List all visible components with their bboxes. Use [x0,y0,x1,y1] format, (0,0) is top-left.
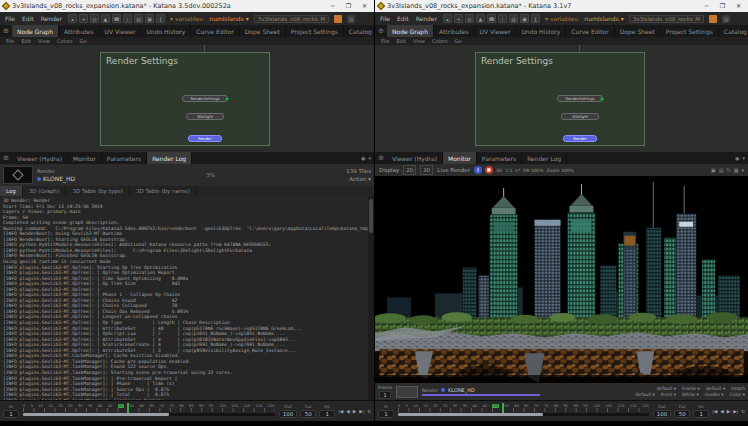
in-value[interactable]: 1 [3,410,19,418]
pane-tab[interactable]: Curve Editor [191,25,239,37]
pane-tab[interactable]: Project Settings [286,25,344,37]
recent-file-tab[interactable]: 3v3Islands_v08_rocks_M [254,15,329,23]
variables-label[interactable]: ▾ variables: [170,15,204,22]
toolbar-icon[interactable]: ▴ [443,14,452,23]
maximize-button[interactable]: ❐ [342,0,355,12]
transport-button[interactable]: |◀ [338,409,343,414]
timeline-ruler[interactable]: 0510152025303540455055606570758085909510… [22,403,276,419]
monitor-control[interactable]: ■ [485,166,493,174]
title-bar[interactable]: 3v3Islands_v08_rocks_expansion.katana* -… [375,0,748,12]
live-render-toggle[interactable]: Live Render [437,167,470,173]
pane-tab[interactable]: Viewer (Hydra) [12,152,68,164]
timeline-out-field[interactable]: Out 100 [653,404,672,418]
pin-icon[interactable]: ◉ [361,155,365,161]
action-dropdown[interactable]: Action ▾ [349,176,371,182]
nodegraph-menu[interactable]: File [381,38,389,44]
pane-tab[interactable]: Node Graph [387,25,434,37]
monitor-control[interactable]: Zoom 100% [547,168,574,173]
monitor-icon[interactable]: ▦ [734,167,739,173]
pane-tab[interactable]: Parameters [477,152,522,164]
monitor-icon[interactable]: ↻ [727,167,731,173]
cur-value[interactable]: 50 [674,410,690,418]
toolbar-icon[interactable]: ▣ [145,14,154,23]
cur-value[interactable]: 50 [300,410,316,418]
pane-menu-icon[interactable]: ▾ [368,155,371,161]
view-flag-icon[interactable] [600,97,604,101]
pane-tab[interactable]: Render Log [522,152,567,164]
monitor-control[interactable]: ∥ [474,166,482,174]
toolbar-icon[interactable]: ▲ [476,14,485,23]
node-render[interactable]: Render [188,135,222,142]
frame-slot-value[interactable]: 1 [379,391,390,399]
pane-tab[interactable]: Curve Editor [566,25,614,37]
toolbar-icon[interactable]: ∥ [531,14,540,23]
pane-add-icon[interactable]: ⊕ [0,152,12,164]
pin-icon[interactable]: ◉ [735,155,739,161]
pane-tab[interactable]: Catalog [344,25,374,37]
nodegraph-menu[interactable]: Edit [396,38,406,44]
pane-add-icon[interactable]: ⊕ [375,152,387,164]
menu-render[interactable]: Render [415,15,438,22]
pane-menu-icon[interactable]: ▾ [742,155,745,161]
timeline-cur-field[interactable]: Cur 50 [674,404,690,418]
timeline-in-field[interactable]: In 1 [378,404,394,418]
catalog-dropdown[interactable]: White ▾ [682,392,699,397]
nodegraph-menu[interactable]: View [38,38,50,44]
timeline-playhead[interactable] [502,403,504,413]
out-value[interactable]: 100 [653,410,672,418]
timeline-in-field[interactable]: In 1 [3,404,19,418]
minimize-button[interactable]: ─ [326,0,339,12]
timeline-scrollbar[interactable] [23,413,275,416]
inc-value[interactable]: 1 [319,410,335,418]
timeline-inc-field[interactable]: Inc 1 [693,404,709,418]
pane-tab[interactable]: Parameters [102,152,147,164]
menu-file[interactable]: File [4,15,16,22]
display-menu[interactable]: Display [379,167,399,173]
monitor-control[interactable]: 3D [496,168,502,173]
layout-icon[interactable]: ▤ [347,15,355,23]
timeline-ruler[interactable]: 0510152025303540455055606570758085909510… [397,403,650,419]
toolbar-icon[interactable]: ◎ [90,14,99,23]
catalog-dropdown[interactable]: default ▾ [635,392,655,397]
pane-tab[interactable]: Project Settings [661,25,719,37]
pane-tab[interactable]: UV Viewer [475,25,517,37]
toolbar-icon[interactable]: ▣ [520,14,529,23]
menu-edit[interactable]: Edit [396,15,410,22]
timeline-scrollbar-thumb[interactable] [23,413,169,416]
transport-button[interactable]: ◀ [346,409,349,414]
pane-tab[interactable]: Render Log [147,152,192,164]
view-2d-button[interactable]: 2D [403,165,416,175]
render-log-subtab[interactable]: 3D Table (by name) [130,186,197,196]
maximize-button[interactable]: ❐ [716,0,729,12]
monitor-control[interactable]: 1:1 [505,168,512,173]
render-status-icon[interactable] [334,15,342,23]
nodegraph-menu[interactable]: Colors [432,38,448,44]
transport-button[interactable]: ▶| [733,409,738,414]
timeline-playhead[interactable] [127,403,129,413]
timeline-inc-field[interactable]: Inc 1 [319,404,335,418]
catalog-dropdown[interactable]: modes ▾ [705,392,724,397]
toolbar-icon[interactable]: ▤ [134,14,143,23]
render-log-subtab[interactable]: Log [0,186,23,196]
nodegraph-menu[interactable]: Go [80,38,87,44]
view-3d-button[interactable]: 3D [420,165,433,175]
catalog-dropdown[interactable]: default ▾ [706,386,726,391]
monitor-control[interactable]: f/8 100% [523,168,543,173]
timeline-tickband[interactable] [23,408,275,412]
pane-tab[interactable]: Monitor [443,152,477,164]
pane-tab[interactable]: Undo History [516,25,566,37]
title-bar[interactable]: 3v3Islands_v08_rocks_expansion.katana* -… [0,0,374,12]
node-3delight[interactable]: 3Delight [561,113,599,120]
toolbar-icon[interactable]: i [123,14,132,23]
monitor-icon[interactable]: ▣ [711,167,716,173]
log-scrollbar-thumb[interactable] [369,199,373,233]
pane-tab[interactable]: UV Viewer [100,25,142,37]
toolbar-icon[interactable]: ☎ [487,14,496,23]
node-3delight[interactable]: 3Delight [186,113,224,120]
toolbar-icon[interactable]: ▴ [68,14,77,23]
render-thumbnail[interactable] [3,166,33,184]
catalog-frame-field[interactable]: Frame 1 [378,385,392,399]
nodegraph-menu[interactable]: View [413,38,425,44]
pane-tab[interactable]: Undo History [141,25,191,37]
catalog-dropdown[interactable]: default ▾ [657,386,677,391]
